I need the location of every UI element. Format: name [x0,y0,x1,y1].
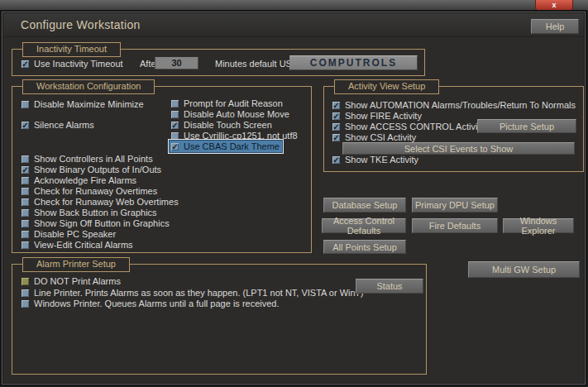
checkbox-label: Line Printer. Prints Alarms as soon as t… [34,288,363,298]
unchecked-checkbox-icon[interactable] [22,155,29,163]
checkbox-row-show-automation-alarms-troubles-return-t[interactable]: ✓Show AUTOMATION Alarms/Troubles/Return … [332,100,576,110]
access-control-defaults-button[interactable]: Access Control Defaults [322,218,406,233]
checkbox-label: Use CBAS Dark Theme [184,141,280,151]
checked-checkbox-icon[interactable]: ✓ [332,156,340,164]
unchecked-checkbox-icon[interactable] [171,100,179,108]
checkbox-label: Show CSI Activity [345,132,416,142]
checkbox-label: Disable PC Speaker [34,229,116,239]
configure-workstation-dialog: Configure Workstation Help Inactivity Ti… [2,12,586,385]
checkbox-row-show-access-control-activity[interactable]: ✓Show ACCESS CONTROL Activity [332,122,485,131]
group-label-inactivity-timeout: Inactivity Timeout [22,42,121,57]
group-label-activity-view-setup: Activity View Setup [334,79,439,94]
checkbox-label: Acknowledge Fire Alarms [34,175,136,185]
checkbox-row-windows-printer-queues-alarms-until-a-fu[interactable]: Windows Printer. Queues Alarms until a f… [22,299,280,308]
checkbox-label: Disable Touch Screen [184,120,272,130]
checkbox-row-show-back-button-in-graphics[interactable]: Show Back Button in Graphics [22,208,157,217]
checked-checkbox-icon[interactable]: ✓ [171,122,179,129]
checkbox-label: Show Sign Off Button in Graphics [34,218,170,228]
checked-checkbox-icon[interactable]: ✓ [22,122,29,129]
checkbox-label: Check for Runaway Overtimes [34,186,157,196]
checkbox-row-show-binary-outputs-of-in-outs[interactable]: ✓Show Binary Outputs of In/Outs [22,165,161,174]
all-points-setup-button[interactable]: All Points Setup [323,240,406,254]
checkbox-label: Show Binary Outputs of In/Outs [34,165,161,174]
checkbox-row-disable-maximize-minimize[interactable]: Disable Maximize Minimize [22,99,144,109]
select-csi-events-button[interactable]: Select CSI Events to Show [342,142,575,155]
unchecked-checkbox-icon[interactable] [171,111,179,118]
checkbox-row-acknowledge-fire-alarms[interactable]: Acknowledge Fire Alarms [22,175,136,185]
unchecked-checkbox-icon[interactable] [22,177,29,184]
checkbox-row-use-cbas-dark-theme[interactable]: ✓Use CBAS Dark Theme [168,139,284,154]
checkbox-row-line-printer-prints-alarms-as-soon-as-th[interactable]: Line Printer. Prints Alarms as soon as t… [22,288,363,298]
checkbox-row-show-tke-activity[interactable]: ✓Show TKE Activity [332,155,418,165]
windows-explorer-button[interactable]: Windows Explorer [503,218,574,233]
status-button[interactable]: Status [356,279,423,294]
checkbox-label: Disable Maximize Minimize [34,99,144,109]
group-alarm-printer-setup: Alarm Printer Setup DO NOT Print AlarmsL… [12,264,427,375]
checkbox-label: View-Edit Critical Alarms [34,240,133,250]
checked-checkbox-icon[interactable]: ✓ [171,143,179,150]
group-label-alarm-printer-setup: Alarm Printer Setup [22,257,130,272]
primary-dpu-setup-button[interactable]: Primary DPU Setup [412,198,498,213]
checkbox-label: Disable Auto Mouse Move [184,109,289,119]
checkbox-label: Use Inactivity Timeout [34,59,123,69]
unchecked-checkbox-icon[interactable] [22,198,29,206]
checkbox-label: Show Back Button in Graphics [34,208,157,217]
group-activity-view-setup: Activity View Setup ✓Show AUTOMATION Ala… [323,86,584,172]
unchecked-checkbox-icon[interactable] [22,300,29,308]
checkbox-label: Show Controllers in All Points [34,154,153,164]
checkbox-label: Check for Runaway Web Overtimes [34,197,179,207]
checkbox-label: Prompt for Audit Reason [184,98,283,108]
group-inactivity-timeout: Inactivity Timeout ✓ Use Inactivity Time… [12,49,425,76]
checkbox-row-disable-pc-speaker[interactable]: Disable PC Speaker [22,229,116,239]
checkbox-label: Silence Alarms [34,120,94,130]
checkbox-row-show-fire-activity[interactable]: ✓Show FIRE Activity [332,111,422,121]
unchecked-checkbox-icon[interactable] [22,209,29,217]
picture-setup-button[interactable]: Picture Setup [477,119,576,133]
checked-checkbox-icon[interactable]: ✓ [22,166,29,174]
database-setup-button[interactable]: Database Setup [323,198,406,213]
timeout-minutes-input[interactable] [155,56,198,69]
checked-checkbox-icon[interactable]: ✓ [332,123,340,131]
fire-defaults-button[interactable]: Fire Defaults [412,218,498,233]
unchecked-checkbox-icon[interactable] [22,241,29,249]
checkbox-label: Show FIRE Activity [345,111,422,121]
help-button[interactable]: Help [531,19,579,34]
unchecked-checkbox-icon[interactable] [22,188,29,195]
unchecked-checkbox-icon[interactable] [22,220,29,227]
unchecked-checkbox-icon[interactable] [22,231,29,238]
checkbox-row-check-for-runaway-web-overtimes[interactable]: Check for Runaway Web Overtimes [22,197,179,207]
checkbox-row-check-for-runaway-overtimes[interactable]: Check for Runaway Overtimes [22,186,157,196]
checkbox-row-disable-touch-screen[interactable]: ✓Disable Touch Screen [171,120,272,130]
checkbox-row-show-sign-off-button-in-graphics[interactable]: Show Sign Off Button in Graphics [22,218,170,228]
checkbox-row-silence-alarms[interactable]: ✓Silence Alarms [22,120,94,130]
group-label-workstation-configuration: Workstation Configuration [22,79,155,94]
checked-checkbox-icon[interactable]: ✓ [332,112,340,120]
checkbox-row-prompt-for-audit-reason[interactable]: Prompt for Audit Reason [171,98,283,108]
checked-checkbox-icon[interactable]: ✓ [332,134,340,141]
os-titlebar [0,0,588,12]
unchecked-checkbox-icon[interactable] [22,101,29,108]
checked-checkbox-icon[interactable]: ✓ [332,102,340,109]
default-user-button[interactable]: COMPUTROLS [289,55,418,70]
close-icon[interactable]: x [535,0,573,11]
checkbox-label: Windows Printer. Queues Alarms until a f… [34,299,280,308]
checkbox-use-inactivity-timeout[interactable]: ✓ [22,60,29,68]
checkbox-row-view-edit-critical-alarms[interactable]: View-Edit Critical Alarms [22,240,133,250]
checkbox-row-use-inactivity-timeout[interactable]: ✓ Use Inactivity Timeout [22,59,123,69]
unchecked-checkbox-icon[interactable] [22,278,29,285]
checkbox-label: DO NOT Print Alarms [34,276,121,286]
checkbox-label: Show AUTOMATION Alarms/Troubles/Return T… [345,100,576,110]
checkbox-label: Show ACCESS CONTROL Activity [345,122,485,131]
page-title: Configure Workstation [21,18,141,31]
unchecked-checkbox-icon[interactable] [22,289,29,297]
checkbox-row-show-csi-activity[interactable]: ✓Show CSI Activity [332,132,416,142]
checkbox-row-show-controllers-in-all-points[interactable]: Show Controllers in All Points [22,154,153,164]
checkbox-label: Show TKE Activity [345,155,418,165]
checkbox-row-disable-auto-mouse-move[interactable]: Disable Auto Mouse Move [171,109,289,119]
group-workstation-configuration: Workstation Configuration Disable Maximi… [12,86,312,253]
checkbox-row-do-not-print-alarms[interactable]: DO NOT Print Alarms [22,276,121,286]
multi-gw-setup-button[interactable]: Multi GW Setup [468,261,580,278]
